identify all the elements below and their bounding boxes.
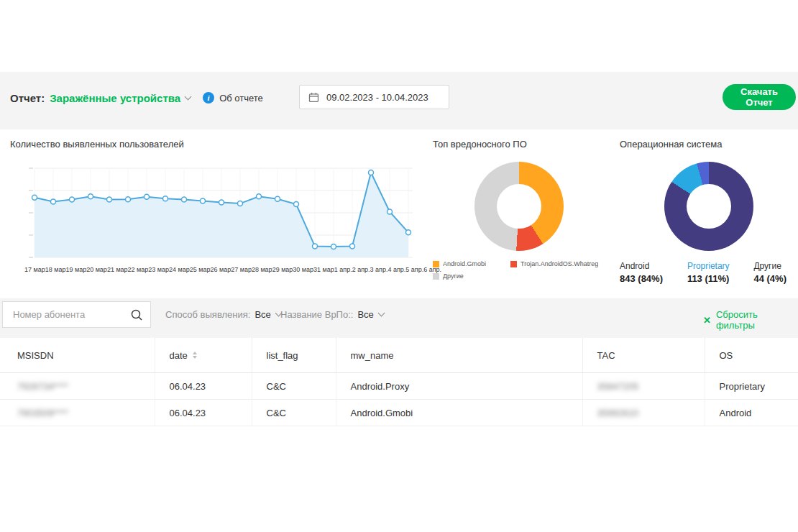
os-stat-name: Android — [620, 261, 663, 271]
cell-os: Android — [705, 400, 798, 426]
os-chart-title: Операционная система — [620, 139, 798, 150]
cell-msisdn: 7903509**** — [0, 400, 155, 426]
search-icon[interactable] — [130, 308, 143, 321]
column-header-mw-name: mw_name — [336, 338, 582, 373]
report-selector[interactable]: Заражённые устройства — [50, 92, 191, 104]
legend-swatch — [433, 261, 439, 267]
donut-hole — [687, 184, 731, 229]
os-chart-panel: Операционная система Android 843 (84%) P… — [620, 139, 798, 284]
table-body: 7926734****06.04.23C&CAndroid.Proxy35847… — [0, 373, 798, 426]
column-header-msisdn: MSISDN — [0, 338, 155, 373]
legend-swatch — [510, 261, 517, 267]
x-tick-label: 26 мар — [210, 266, 231, 273]
reset-filters-button[interactable]: ✕ Сбросить фильтры — [703, 309, 798, 331]
sort-icon[interactable] — [193, 352, 197, 359]
table-row: 7926734****06.04.23C&CAndroid.Proxy35847… — [0, 373, 798, 400]
about-report-label: Об отчете — [219, 93, 263, 104]
os-stat-name: Proprietary — [687, 261, 730, 271]
dashboard-page: Отчет: Заражённые устройства i Об отчете… — [0, 0, 798, 532]
column-header-tac: TAC — [582, 338, 705, 373]
os-stat-value: 113 (11%) — [687, 273, 730, 284]
cell-mw_name: Android.Proxy — [336, 373, 582, 400]
os-stat: Другие 44 (4%) — [753, 261, 786, 284]
cell-msisdn: 7926734**** — [0, 373, 155, 400]
table-row: 7903509****06.04.23C&CAndroid.Gmobi35992… — [0, 400, 798, 426]
x-tick-label: 19 мар — [65, 266, 86, 273]
cell-text: 06.04.23 — [170, 408, 206, 418]
x-tick-label: 22 мар — [128, 266, 149, 273]
users-x-labels: 17 мар18 мар19 мар20 мар21 мар22 мар23 м… — [24, 266, 413, 273]
cell-list_flag: C&C — [252, 373, 336, 400]
column-header-date[interactable]: date — [155, 338, 252, 373]
cell-tac: 35992610 — [582, 400, 705, 426]
malware-chart-title: Топ вредоносного ПО — [433, 139, 605, 150]
x-tick-label: 31 мар — [313, 266, 334, 273]
report-name: Заражённые устройства — [50, 92, 180, 104]
detection-filter-label: Способ выявления: — [165, 309, 250, 320]
x-tick-label: 29 мар — [272, 266, 293, 273]
cell-text: 35992610 — [597, 408, 639, 418]
cell-date: 06.04.23 — [155, 373, 252, 400]
x-tick-label: 27 мар — [231, 266, 252, 273]
subscriber-search-input[interactable] — [12, 308, 130, 321]
charts-card: Количество выявленных пользователей 17 м… — [0, 129, 798, 298]
malware-filter-value: Все — [357, 309, 373, 320]
x-tick-label: 21 мар — [107, 266, 128, 273]
date-range-picker[interactable]: 09.02.2023 - 10.04.2023 — [299, 85, 449, 109]
calendar-icon — [308, 92, 319, 103]
cell-os: Proprietary — [705, 373, 798, 400]
cell-text: C&C — [267, 381, 286, 392]
detection-method-filter[interactable]: Способ выявления: Все — [165, 309, 281, 320]
x-tick-label: 20 мар — [86, 266, 107, 273]
x-tick-label: 4 апр. — [387, 266, 405, 273]
download-report-button[interactable]: Скачать Отчет — [723, 84, 796, 110]
cell-tac: 35847205 — [582, 373, 705, 400]
x-tick-label: 17 мар — [24, 266, 45, 273]
users-chart-panel: Количество выявленных пользователей — [10, 139, 423, 150]
malware-chart-panel: Топ вредоносного ПО Android.Gmobi Trojan… — [433, 139, 605, 280]
legend-item: Trojan.AndroidOS.Whatreg — [510, 260, 605, 267]
x-tick-label: 23 мар — [148, 266, 169, 273]
legend-swatch — [433, 273, 439, 280]
detection-filter-value: Все — [254, 309, 270, 320]
legend-label: Trojan.AndroidOS.Whatreg — [520, 260, 598, 267]
x-tick-label: 28 мар — [252, 266, 272, 273]
os-stat: Proprietary 113 (11%) — [687, 261, 730, 284]
os-stat: Android 843 (84%) — [620, 261, 663, 284]
results-table: MSISDN date list_flag mw_name TAC OS 792… — [0, 338, 798, 426]
malware-name-filter[interactable]: Название ВрПо:: Все — [280, 309, 384, 320]
malware-legend: Android.Gmobi Trojan.AndroidOS.Whatreg Д… — [433, 260, 605, 280]
date-range-value: 09.02.2023 - 10.04.2023 — [326, 92, 428, 103]
close-icon: ✕ — [703, 315, 711, 326]
chevron-down-icon — [377, 310, 385, 317]
cell-text: C&C — [267, 408, 286, 418]
x-tick-label: 18 мар — [45, 266, 66, 273]
subscriber-search-box — [2, 301, 151, 328]
report-header-row: Отчет: Заражённые устройства i Об отчете — [10, 87, 263, 109]
column-header-list-flag: list_flag — [252, 338, 336, 373]
x-tick-label: 2 апр. — [352, 266, 370, 273]
cell-text: Android.Gmobi — [351, 408, 413, 418]
x-tick-label: 1 апр. — [334, 266, 352, 273]
report-label: Отчет: — [10, 92, 45, 104]
os-stats: Android 843 (84%) Proprietary 113 (11%) … — [620, 261, 798, 284]
cell-text: 7926734**** — [17, 381, 68, 392]
os-stat-name: Другие — [753, 261, 786, 271]
os-donut-chart — [664, 162, 753, 251]
users-chart-title: Количество выявленных пользователей — [10, 139, 423, 150]
about-report-link[interactable]: i Об отчете — [203, 92, 263, 104]
legend-item: Другие — [433, 272, 464, 280]
x-tick-label: 24 мар — [169, 266, 190, 273]
x-tick-label: 3 апр. — [370, 266, 388, 273]
cell-list_flag: C&C — [252, 400, 336, 426]
x-tick-label: 30 мар — [293, 266, 313, 273]
x-tick-label: 5 апр. — [405, 266, 423, 273]
cell-date: 06.04.23 — [155, 400, 252, 426]
info-icon: i — [203, 92, 214, 104]
malware-donut-chart — [474, 162, 564, 251]
os-stat-value: 44 (4%) — [753, 273, 786, 284]
legend-item: Android.Gmobi — [433, 260, 510, 267]
cell-text: 06.04.23 — [170, 381, 206, 392]
users-line-chart — [24, 165, 413, 260]
x-tick-label: 25 мар — [190, 266, 211, 273]
